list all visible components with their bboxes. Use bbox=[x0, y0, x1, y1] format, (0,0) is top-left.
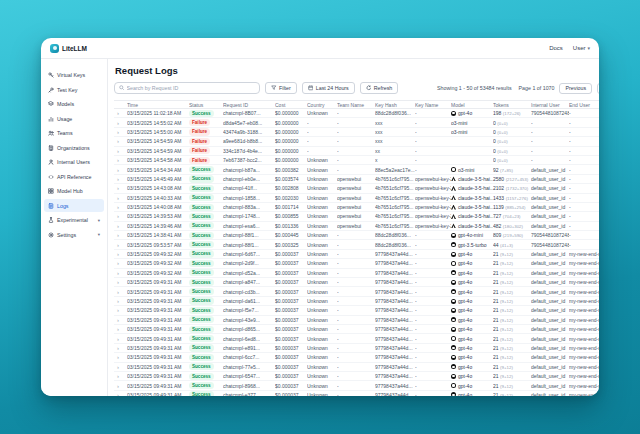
previous-button[interactable]: Previous bbox=[559, 83, 592, 94]
table-row[interactable]: ›03/15/2025 09:49:32 AMSuccesschatcmpl-2… bbox=[114, 259, 599, 268]
column-header[interactable]: End User bbox=[569, 102, 599, 108]
table-row[interactable]: ›03/15/2025 09:49:32 AMSuccesschatcmpl-6… bbox=[114, 250, 599, 259]
row-expand-chevron[interactable]: › bbox=[114, 242, 127, 248]
table-row[interactable]: ›03/15/2025 14:38:41 AMSuccesschatcmpl-8… bbox=[114, 231, 599, 240]
sidebar-item-api-reference[interactable]: API Reference bbox=[44, 170, 104, 183]
row-expand-chevron[interactable]: › bbox=[114, 204, 127, 210]
column-header[interactable]: Model bbox=[451, 102, 493, 108]
row-expand-chevron[interactable]: › bbox=[114, 213, 127, 219]
search-input[interactable] bbox=[127, 85, 256, 91]
sidebar-item-models[interactable]: Models bbox=[44, 98, 104, 111]
filter-button[interactable]: Filter bbox=[265, 82, 297, 94]
cell-tokens: 21(9+12) bbox=[493, 326, 531, 332]
next-button[interactable]: Next bbox=[597, 83, 599, 94]
cell-end-user: my-new-end-user-1 bbox=[569, 279, 599, 285]
sidebar-item-virtual-keys[interactable]: Virtual Keys bbox=[44, 69, 104, 82]
sidebar-item-test-key[interactable]: Test Key bbox=[44, 83, 104, 96]
table-row[interactable]: ›03/15/2025 14:54:59 AMFailurea9ee681d-b… bbox=[114, 137, 599, 146]
column-header[interactable]: Tokens bbox=[493, 102, 531, 108]
sidebar-item-organizations[interactable]: Organizations bbox=[44, 141, 104, 154]
column-header[interactable]: Team Name bbox=[337, 102, 375, 108]
table-row[interactable]: ›03/15/2025 14:39:53 AMSuccesschatcmpl-1… bbox=[114, 212, 599, 221]
row-expand-chevron[interactable]: › bbox=[114, 138, 127, 144]
table-row[interactable]: ›03/15/2025 09:49:31 AMSuccesschatcmpl-6… bbox=[114, 334, 599, 343]
table-row[interactable]: ›03/15/2025 14:55:00 AMFailure43474a9b-3… bbox=[114, 128, 599, 137]
sidebar-item-settings[interactable]: Settings▾ bbox=[44, 228, 104, 241]
sidebar-item-teams[interactable]: Teams bbox=[44, 127, 104, 140]
sidebar-item-experimental[interactable]: Experimental▾ bbox=[44, 214, 104, 227]
user-menu[interactable]: User ▾ bbox=[573, 45, 590, 51]
row-expand-chevron[interactable]: › bbox=[114, 148, 127, 154]
row-expand-chevron[interactable]: › bbox=[114, 317, 127, 323]
table-row[interactable]: ›03/15/2025 09:49:31 AMSuccesschatcmpl-a… bbox=[114, 278, 599, 287]
row-expand-chevron[interactable]: › bbox=[114, 373, 127, 379]
row-expand-chevron[interactable]: › bbox=[114, 232, 127, 238]
table-row[interactable]: ›03/15/2025 09:49:31 AMSuccesschatcmpl-c… bbox=[114, 287, 599, 296]
table-row[interactable]: ›03/15/2025 09:49:31 AMSuccesschatcmpl-4… bbox=[114, 316, 599, 325]
table-row[interactable]: ›03/15/2025 09:49:31 AMSuccesschatcmpl-6… bbox=[114, 353, 599, 362]
table-row[interactable]: ›03/15/2025 09:49:31 AMSuccesschatcmpl-d… bbox=[114, 297, 599, 306]
column-header[interactable]: Time bbox=[127, 102, 189, 108]
row-expand-chevron[interactable]: › bbox=[114, 176, 127, 182]
column-header[interactable]: Key Name bbox=[415, 102, 451, 108]
docs-link[interactable]: Docs bbox=[549, 45, 563, 51]
table-row[interactable]: ›03/15/2025 14:39:46 AMSuccesschatcmpl-e… bbox=[114, 222, 599, 231]
table-row[interactable]: ›03/15/2025 09:49:31 AMSuccesschatcmpl-e… bbox=[114, 344, 599, 353]
table-row[interactable]: ›03/15/2025 09:49:31 AMSuccesschatcmpl-7… bbox=[114, 363, 599, 372]
row-expand-chevron[interactable]: › bbox=[114, 279, 127, 285]
column-header[interactable]: Request ID bbox=[223, 102, 275, 108]
row-expand-chevron[interactable]: › bbox=[114, 326, 127, 332]
row-expand-chevron[interactable]: › bbox=[114, 345, 127, 351]
column-header[interactable]: Internal User bbox=[531, 102, 569, 108]
sidebar-item-model-hub[interactable]: Model Hub bbox=[44, 185, 104, 198]
row-expand-chevron[interactable]: › bbox=[114, 120, 127, 126]
search-box[interactable] bbox=[114, 82, 260, 94]
table-row[interactable]: ›03/15/2025 14:54:59 AMFailure334c187d-4… bbox=[114, 147, 599, 156]
column-header[interactable]: Country bbox=[307, 102, 337, 108]
refresh-button[interactable]: Refresh bbox=[360, 82, 399, 94]
row-expand-chevron[interactable]: › bbox=[114, 298, 127, 304]
table-row[interactable]: ›03/15/2025 09:49:31 AMSuccesschatcmpl-f… bbox=[114, 306, 599, 315]
time-range-button[interactable]: Last 24 Hours bbox=[302, 82, 355, 94]
table-row[interactable]: ›03/15/2025 09:49:31 AMSuccesschatcmpl-e… bbox=[114, 391, 599, 396]
row-expand-chevron[interactable]: › bbox=[114, 383, 127, 389]
sidebar-item-usage[interactable]: Usage bbox=[44, 112, 104, 125]
row-expand-chevron[interactable]: › bbox=[114, 110, 127, 116]
column-header[interactable]: Cost bbox=[275, 102, 307, 108]
table-row[interactable]: ›03/15/2025 11:02:18 AMSuccesschatcmpl-8… bbox=[114, 109, 599, 118]
table-row[interactable]: ›03/15/2025 09:49:32 AMSuccesschatcmpl-d… bbox=[114, 269, 599, 278]
table-row[interactable]: ›03/15/2025 09:53:57 AMSuccesschatcmpl-8… bbox=[114, 240, 599, 249]
sidebar-item-logs[interactable]: Logs bbox=[44, 199, 104, 212]
table-row[interactable]: ›03/15/2025 14:54:34 AMSuccesschatcmpl-b… bbox=[114, 165, 599, 174]
row-expand-chevron[interactable]: › bbox=[114, 129, 127, 135]
cell-cost: $0.000000 bbox=[275, 129, 307, 135]
row-expand-chevron[interactable]: › bbox=[114, 251, 127, 257]
row-expand-chevron[interactable]: › bbox=[114, 392, 127, 396]
table-row[interactable]: ›03/15/2025 14:45:49 AMSuccesschatcmpl-e… bbox=[114, 175, 599, 184]
sidebar-item-internal-users[interactable]: Internal Users bbox=[44, 156, 104, 169]
table-row[interactable]: ›03/15/2025 14:43:08 AMSuccesschatcmpl-4… bbox=[114, 184, 599, 193]
column-header[interactable]: Key Hash bbox=[375, 102, 415, 108]
row-expand-chevron[interactable]: › bbox=[114, 354, 127, 360]
table-row[interactable]: ›03/15/2025 14:40:33 AMSuccesschatcmpl-1… bbox=[114, 194, 599, 203]
row-expand-chevron[interactable]: › bbox=[114, 336, 127, 342]
brand[interactable]: LiteLLM bbox=[50, 44, 87, 53]
row-expand-chevron[interactable]: › bbox=[114, 307, 127, 313]
column-header[interactable]: Status bbox=[189, 102, 223, 108]
status-badge: Success bbox=[189, 307, 214, 314]
table-row[interactable]: ›03/15/2025 14:54:58 AMFailure7eb67387-b… bbox=[114, 156, 599, 165]
row-expand-chevron[interactable]: › bbox=[114, 223, 127, 229]
table-row[interactable]: ›03/15/2025 09:49:31 AMSuccesschatcmpl-d… bbox=[114, 325, 599, 334]
table-row[interactable]: ›03/15/2025 14:55:02 AMFailured8da45e7-e… bbox=[114, 118, 599, 127]
table-row[interactable]: ›03/15/2025 09:49:31 AMSuccesschatcmpl-6… bbox=[114, 372, 599, 381]
row-expand-chevron[interactable]: › bbox=[114, 289, 127, 295]
row-expand-chevron[interactable]: › bbox=[114, 260, 127, 266]
row-expand-chevron[interactable]: › bbox=[114, 270, 127, 276]
table-row[interactable]: ›03/15/2025 14:40:08 AMSuccesschatcmpl-8… bbox=[114, 203, 599, 212]
row-expand-chevron[interactable]: › bbox=[114, 185, 127, 191]
table-row[interactable]: ›03/15/2025 09:49:31 AMSuccesschatcmpl-8… bbox=[114, 381, 599, 390]
row-expand-chevron[interactable]: › bbox=[114, 167, 127, 173]
row-expand-chevron[interactable]: › bbox=[114, 157, 127, 163]
row-expand-chevron[interactable]: › bbox=[114, 364, 127, 370]
row-expand-chevron[interactable]: › bbox=[114, 195, 127, 201]
